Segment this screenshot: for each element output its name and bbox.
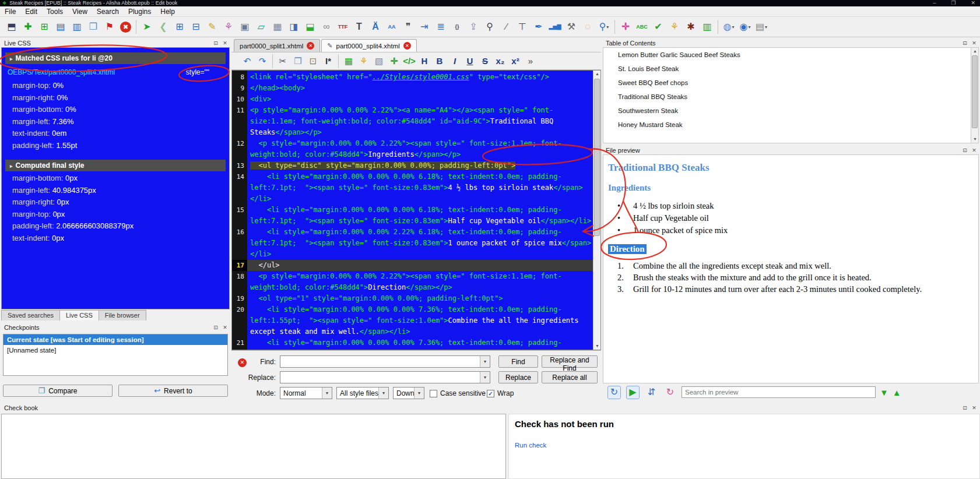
find-next-icon[interactable]: ▼ — [880, 388, 888, 397]
dock-tab-saved-searches[interactable]: Saved searches — [1, 310, 60, 320]
combo-dropdown-icon[interactable]: ▾ — [480, 356, 490, 367]
save-icon[interactable]: ▤ — [53, 19, 68, 34]
code-line[interactable]: 19 <ol type="1" style="margin:0.00% 0.00… — [232, 293, 593, 304]
find-button[interactable]: Find — [498, 355, 538, 368]
run-checks-icon[interactable]: ▦ — [342, 54, 356, 68]
run-preview-icon[interactable]: ▶ — [626, 386, 640, 399]
mode-select[interactable]: Normal ▾ — [280, 387, 332, 399]
upload-image-icon[interactable]: ⇪ — [466, 19, 481, 34]
dock-tab-live-css[interactable]: Live CSS — [59, 310, 99, 320]
redo-icon[interactable]: ↷ — [255, 54, 269, 68]
save-as-icon[interactable]: ▥ — [69, 19, 85, 34]
bookmark-icon[interactable]: ⚑ — [102, 19, 117, 34]
italic-icon[interactable]: I — [448, 54, 462, 68]
toc-item[interactable]: Honey Mustard Steak — [603, 118, 971, 132]
smart-quotes-icon[interactable]: ❞ — [401, 19, 416, 34]
reports-icon[interactable]: ▂▅▇ — [547, 19, 563, 34]
close-tab-icon[interactable]: ✕ — [403, 42, 411, 50]
toc-item[interactable]: St. Louis Beef Steak — [603, 62, 971, 76]
insert-marker-icon[interactable]: I* — [321, 54, 335, 68]
scroll-up-icon[interactable]: ▲ — [593, 71, 601, 78]
bug-icon[interactable]: ✱ — [683, 19, 698, 34]
menu-view[interactable]: View — [68, 6, 92, 17]
css-source-file-link[interactable]: OEBPS/Text/part0000_split4.xhtml — [8, 68, 115, 76]
new-html-file-icon[interactable]: ⊞ — [172, 19, 187, 34]
insert-image-icon[interactable]: ▦ — [270, 19, 285, 34]
matched-rules-header[interactable]: ▸Matched CSS rules for li @20 — [5, 52, 226, 64]
comment-icon[interactable]: ∕ — [498, 19, 514, 34]
plugins-icon[interactable]: ◌ — [580, 19, 595, 34]
copy-icon[interactable]: ❐ — [86, 19, 101, 34]
code-line[interactable]: 16 <li style="margin:0.00% 0.00% 2.22% 6… — [232, 227, 593, 260]
audio-icon[interactable]: ◨ — [286, 19, 301, 34]
toc-item[interactable]: Southwestern Steak — [603, 104, 971, 118]
code-line[interactable]: 12 <p style="margin:0.00% 0.00% 2.22%"><… — [232, 138, 593, 160]
preview-window-icon[interactable]: ◉▾ — [737, 19, 753, 34]
direction-select[interactable]: Down ▾ — [393, 387, 424, 399]
toc-item[interactable]: Traditional BBQ Steaks — [603, 90, 971, 104]
strikethrough-icon[interactable]: S — [478, 54, 492, 68]
insert-tag-icon[interactable]: </> — [402, 54, 416, 68]
replace-input[interactable] — [280, 372, 480, 383]
code-line[interactable]: 13 <ul type="disc" style="margin:0.00% 0… — [232, 160, 593, 171]
special-characters-icon[interactable]: Ä — [368, 19, 383, 34]
find-input[interactable] — [280, 356, 480, 367]
go-forward-icon[interactable]: ➤ — [139, 19, 154, 34]
checkpoint-item[interactable]: [Unnamed state] — [3, 345, 227, 355]
menu-search[interactable]: Search — [92, 6, 124, 17]
new-css-file-icon[interactable]: ⊟ — [188, 19, 203, 34]
close-window-icon[interactable]: ✕ — [971, 0, 975, 6]
checkpoint-book-icon[interactable]: ▥ — [700, 19, 715, 34]
close-panel-icon[interactable]: ✕ — [222, 40, 229, 47]
checkpoint-item[interactable]: Current state [was Start of editing sess… — [3, 334, 227, 345]
tab-part0000-split1-xhtml[interactable]: part0000_split1.xhtml✕ — [234, 39, 320, 52]
menu-tools[interactable]: Tools — [42, 6, 68, 17]
browser-preview-icon[interactable]: ◍▾ — [721, 19, 736, 34]
scrollbar-thumb[interactable] — [594, 79, 600, 236]
text-file-icon[interactable]: T — [352, 19, 367, 34]
scroll-up-icon[interactable]: ▲ — [971, 48, 979, 55]
float-panel-icon[interactable]: ⊡ — [212, 324, 219, 331]
float-panel-icon[interactable]: ⊡ — [961, 40, 968, 47]
dropper-icon[interactable]: ✒ — [531, 19, 546, 34]
clips-icon[interactable]: ⊤ — [515, 19, 530, 34]
code-line[interactable]: 17 </ul> — [232, 260, 593, 271]
replace-all-button[interactable]: Replace all — [542, 371, 598, 383]
menu-help[interactable]: Help — [156, 6, 180, 17]
preview-search-input[interactable] — [682, 386, 876, 398]
indent-icon[interactable]: ⇥ — [417, 19, 432, 34]
code-line[interactable]: 18 <p style="margin:0.00% 0.00% 2.22%"><… — [232, 271, 593, 293]
code-line[interactable]: 20 <li style="margin:0.00% 0.00% 0.00% 7… — [232, 304, 593, 337]
find-previous-icon[interactable]: ▲ — [893, 388, 901, 397]
dock-tab-file-browser[interactable]: File browser — [99, 310, 146, 320]
overflow-chevron-icon[interactable]: » — [524, 54, 538, 68]
code-line[interactable]: 10<div> — [232, 94, 593, 105]
validate-html-icon[interactable]: ✔ — [651, 19, 666, 34]
tab-part0000-split4-xhtml[interactable]: ✎part0000_split4.xhtml✕ — [321, 39, 417, 52]
computed-style-header[interactable]: ▸Computed final style — [5, 160, 226, 171]
close-panel-icon[interactable]: ✕ — [222, 324, 229, 331]
superscript-icon[interactable]: x² — [508, 54, 522, 68]
scope-select[interactable]: All style files ▾ — [336, 387, 389, 399]
scroll-down-icon[interactable]: ▼ — [971, 136, 979, 143]
code-line[interactable]: 8<link rel="stylesheet" href="../Styles/… — [232, 72, 593, 83]
toc-item[interactable]: Sweet BBQ Beef chops — [603, 76, 971, 90]
close-panel-icon[interactable]: ✕ — [971, 147, 978, 154]
edit-book-icon[interactable]: ⬒ — [4, 19, 19, 34]
editor-scrollbar[interactable]: ▲ ▼ — [593, 71, 600, 350]
close-panel-icon[interactable]: ✕ — [971, 404, 978, 411]
refresh-preview-icon[interactable]: ↻ — [607, 386, 621, 399]
combo-dropdown-icon[interactable]: ▾ — [378, 388, 388, 399]
revert-to-button[interactable]: ↩Revert to — [118, 385, 228, 397]
code-line[interactable]: 9</head><body> — [232, 83, 593, 94]
checkpoints-menu-icon[interactable]: ▤▾ — [754, 19, 769, 34]
tools-icon[interactable]: ⚒ — [564, 19, 579, 34]
subscript-icon[interactable]: x₂ — [493, 54, 507, 68]
float-panel-icon[interactable]: ⊡ — [961, 404, 968, 411]
cut-icon[interactable]: ✂ — [276, 54, 290, 68]
maximize-icon[interactable]: ❐ — [951, 0, 956, 6]
heading-icon[interactable]: H — [417, 54, 431, 68]
search-menu-icon[interactable]: ⚲▾ — [596, 19, 612, 34]
mend-icon[interactable]: ⚘ — [221, 19, 236, 34]
save-preview-icon[interactable]: ⇵ — [645, 386, 658, 399]
